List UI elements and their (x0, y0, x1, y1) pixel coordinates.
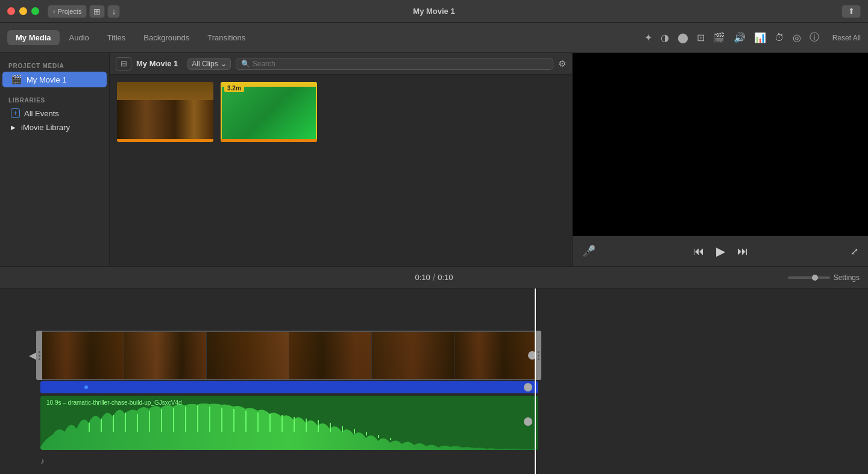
svg-rect-25 (390, 438, 391, 440)
share-icon: ⬆ (848, 7, 855, 16)
current-time: 0:10 (415, 273, 430, 282)
sidebar-toggle-button[interactable]: ⊟ (116, 57, 131, 70)
video-clip-strip[interactable] (40, 331, 538, 380)
zoom-thumb (812, 275, 818, 281)
stabilize-icon[interactable]: ◎ (793, 32, 801, 43)
sidebar-item-all-events[interactable]: + All Events (2, 106, 107, 120)
skip-to-end-button[interactable]: ⏭ (737, 245, 748, 258)
sidebar-item-imovie-library-label: iMovie Library (21, 123, 70, 132)
add-icon: + (11, 108, 20, 118)
svg-rect-5 (149, 411, 150, 432)
projects-label: Projects (58, 8, 82, 15)
audio-track-dot (84, 385, 88, 389)
sidebar-item-my-movie-label: My Movie 1 (27, 75, 66, 84)
media-clip-1[interactable] (117, 82, 213, 142)
time-separator: / (433, 272, 435, 283)
grid-view-button[interactable]: ⊞ (89, 5, 105, 18)
svg-rect-2 (113, 415, 114, 432)
preview-panel: 🎤 ⏮ ▶ ⏭ ⤢ (573, 53, 868, 266)
skip-to-start-button[interactable]: ⏮ (693, 245, 704, 258)
titlebar-nav: ‹ Projects ⊞ ↓ (48, 5, 120, 18)
timeline-settings-label[interactable]: Settings (834, 273, 860, 282)
crop-icon[interactable]: ⊡ (697, 32, 705, 43)
handle-dots-left (39, 351, 40, 360)
microphone-button[interactable]: 🎤 (582, 245, 596, 258)
volume-icon[interactable]: 🔊 (734, 32, 746, 43)
timeline-area: 0:10 / 0:10 Settings ◀ (0, 266, 868, 474)
projects-button[interactable]: ‹ Projects (48, 5, 87, 18)
tab-my-media[interactable]: My Media (7, 30, 60, 45)
svg-rect-19 (318, 420, 319, 432)
camera-icon[interactable]: 🎬 (713, 32, 725, 43)
svg-rect-12 (233, 409, 234, 432)
tab-transitions-label: Transitions (207, 33, 245, 42)
chevron-left-icon: ‹ (53, 8, 55, 15)
clips-filter-label: All Clips (192, 60, 218, 68)
search-icon: 🔍 (241, 60, 250, 68)
media-grid: 3.2m (110, 75, 572, 266)
reset-all-button[interactable]: Reset All (832, 34, 861, 42)
music-end-dot (524, 417, 532, 426)
svg-rect-15 (269, 414, 271, 432)
clip-frame-3 (207, 332, 289, 379)
svg-rect-27 (257, 417, 258, 423)
svg-rect-11 (221, 408, 222, 432)
sidebar-item-all-events-label: All Events (24, 109, 59, 118)
svg-rect-24 (378, 435, 379, 438)
clips-settings-icon[interactable]: ⚙ (558, 58, 566, 69)
svg-rect-4 (137, 414, 138, 432)
tab-backgrounds[interactable]: Backgrounds (135, 30, 198, 45)
tab-backgrounds-label: Backgrounds (143, 33, 189, 42)
playhead[interactable] (535, 288, 536, 474)
zoom-slider[interactable] (788, 276, 830, 279)
exposure-icon[interactable]: ◑ (661, 32, 669, 43)
tab-transitions[interactable]: Transitions (199, 30, 254, 45)
content-area: ⊟ My Movie 1 All Clips ⌄ 🔍 ⚙ (110, 53, 573, 266)
download-button[interactable]: ↓ (107, 5, 120, 18)
play-button[interactable]: ▶ (716, 244, 725, 258)
color-icon[interactable]: ⬤ (678, 32, 688, 43)
grid-icon: ⊞ (93, 7, 101, 16)
project-media-section-label: PROJECT MEDIA (0, 59, 109, 72)
audio-track[interactable] (40, 381, 538, 393)
clip-handle-left[interactable] (36, 331, 42, 380)
close-button[interactable] (7, 7, 15, 15)
total-time: 0:10 (438, 273, 453, 282)
download-icon: ↓ (112, 7, 116, 16)
toolbar: My Media Audio Titles Backgrounds Transi… (0, 23, 868, 53)
clips-filter-dropdown[interactable]: All Clips ⌄ (187, 58, 230, 70)
svg-rect-20 (330, 423, 331, 432)
clip-frame-4 (289, 332, 372, 379)
title-text: My Movie 1 (413, 7, 454, 16)
reset-all-label: Reset All (832, 34, 861, 42)
chart-icon[interactable]: 📊 (754, 32, 766, 43)
sidebar-toggle-icon: ⊟ (121, 59, 127, 68)
clips-bar: ⊟ My Movie 1 All Clips ⌄ 🔍 ⚙ (110, 53, 572, 75)
search-box: 🔍 (236, 58, 553, 70)
clip-frame-1 (42, 332, 124, 379)
maximize-button[interactable] (31, 7, 39, 15)
skip-end-icon: ⏭ (737, 245, 748, 258)
skip-start-icon: ⏮ (693, 245, 704, 258)
music-track[interactable]: 10.9s – dramatic-thriller-chase-build-up… (40, 396, 538, 450)
zoom-control: Settings (788, 273, 860, 282)
sidebar-item-my-movie[interactable]: 🎬 My Movie 1 (2, 72, 107, 87)
info-icon[interactable]: ⓘ (810, 31, 819, 44)
media-clip-2[interactable]: 3.2m (221, 82, 317, 142)
play-icon: ▶ (716, 244, 725, 258)
microphone-icon: 🎤 (582, 245, 596, 257)
sidebar-item-imovie-library[interactable]: ▶ iMovie Library (2, 120, 107, 134)
tab-titles[interactable]: Titles (99, 30, 134, 45)
fullscreen-button[interactable]: ⤢ (851, 246, 858, 257)
clip-1-thumbnail (117, 82, 213, 142)
minimize-button[interactable] (19, 7, 27, 15)
magic-wand-icon[interactable]: ✦ (644, 32, 652, 43)
chevron-right-icon: ▶ (11, 124, 16, 131)
search-input[interactable] (253, 60, 548, 68)
toolbar-icons: ✦ ◑ ⬤ ⊡ 🎬 🔊 📊 ⏱ ◎ ⓘ Reset All (644, 31, 861, 44)
tab-titles-label: Titles (107, 33, 126, 42)
speed-icon[interactable]: ⏱ (775, 33, 784, 43)
tab-audio[interactable]: Audio (61, 30, 98, 45)
share-button[interactable]: ⬆ (841, 5, 861, 18)
upper-area: PROJECT MEDIA 🎬 My Movie 1 LIBRARIES + A… (0, 53, 868, 266)
